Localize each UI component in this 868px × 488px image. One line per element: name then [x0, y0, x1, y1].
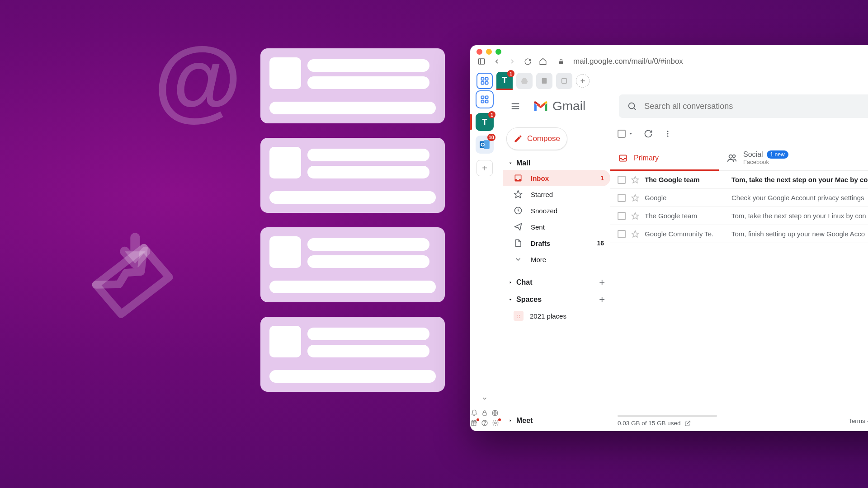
svg-line-43 [687, 421, 689, 423]
home-button[interactable] [538, 56, 548, 66]
mail-toolbar [610, 122, 868, 145]
svg-rect-12 [486, 100, 488, 103]
chevron-right-icon [508, 418, 513, 423]
search-input[interactable] [644, 102, 868, 111]
mail-section-header[interactable]: Mail [503, 156, 610, 170]
more-options-button[interactable] [664, 130, 672, 138]
refresh-button[interactable] [644, 129, 653, 138]
sidebar-starred[interactable]: Starred [503, 186, 610, 202]
compose-button[interactable]: Compose [506, 127, 567, 150]
svg-rect-7 [542, 78, 547, 84]
globe-icon[interactable] [491, 409, 499, 417]
sidebar-more[interactable]: More [503, 251, 610, 267]
spaces-section-header[interactable]: Spaces + [503, 291, 610, 308]
sidebar-sent[interactable]: Sent [503, 219, 610, 235]
star-icon[interactable] [631, 194, 639, 202]
sidebar-toggle-icon[interactable] [476, 56, 486, 66]
rail-account-gmail[interactable]: T 1 [476, 113, 494, 131]
minimize-window-button[interactable] [486, 49, 492, 55]
lock-icon [556, 56, 566, 66]
svg-line-31 [515, 227, 519, 228]
footer-links[interactable]: Terms · Privacy · Programme Polic [849, 418, 868, 424]
people-icon [727, 153, 737, 163]
rail-account-outlook[interactable]: 10 [476, 136, 494, 154]
mail-row[interactable]: The Google team Tom, take the next step … [610, 207, 868, 225]
space-item[interactable]: :: 2021 places [503, 308, 610, 324]
tab-primary[interactable]: Primary [610, 145, 719, 170]
chat-section-header[interactable]: Chat + [503, 274, 610, 291]
mail-row[interactable]: The Google team Tom, take the next step … [610, 171, 868, 189]
svg-point-34 [667, 136, 669, 137]
svg-line-28 [634, 108, 636, 110]
back-button[interactable] [492, 56, 502, 66]
gmail-main: Primary Social 1 new Facebook [610, 122, 868, 431]
rail-outlook-badge: 10 [487, 134, 495, 141]
mail-sender: Google [645, 194, 726, 202]
mail-checkbox[interactable] [618, 194, 626, 202]
meet-section-header[interactable]: Meet [503, 414, 610, 427]
rail-add-account[interactable]: + [476, 160, 493, 176]
browser-window: mail.google.com/mail/u/0/#inbox T 1 + [470, 45, 868, 431]
tab-social[interactable]: Social 1 new Facebook [719, 145, 827, 170]
mail-sender: The Google team [645, 176, 726, 183]
app-tab-2[interactable] [556, 73, 572, 89]
star-icon[interactable] [631, 176, 639, 184]
category-tabs: Primary Social 1 new Facebook [610, 145, 868, 171]
star-icon[interactable] [631, 230, 639, 238]
maximize-window-button[interactable] [495, 49, 501, 55]
mail-checkbox[interactable] [618, 212, 626, 220]
svg-marker-29 [514, 191, 522, 198]
svg-marker-42 [632, 230, 639, 237]
mail-checkbox[interactable] [618, 230, 626, 238]
search-icon [627, 101, 637, 111]
star-icon [514, 190, 523, 199]
gmail-footer: 0.03 GB of 15 GB used Terms · Privacy · … [610, 410, 868, 431]
open-link-icon[interactable] [684, 420, 691, 427]
help-icon[interactable] [481, 419, 488, 427]
rail-account-badge: 1 [488, 111, 495, 118]
sidebar-inbox[interactable]: Inbox 1 [503, 170, 610, 186]
spaces-add-button[interactable]: + [599, 294, 605, 305]
svg-rect-4 [486, 78, 488, 80]
gmail-logo[interactable]: Gmail [533, 99, 585, 113]
drafts-count: 16 [597, 239, 604, 247]
chat-add-button[interactable]: + [599, 277, 605, 288]
lock-small-icon[interactable] [481, 409, 488, 417]
star-icon[interactable] [631, 212, 639, 220]
sidebar-drafts[interactable]: Drafts 16 [503, 235, 610, 251]
new-tab-button[interactable]: + [576, 74, 590, 88]
bell-icon[interactable] [471, 409, 478, 417]
mail-row[interactable]: Google Community Te. Tom, finish setting… [610, 225, 868, 243]
mail-sender: Google Community Te. [645, 230, 726, 238]
browser-toolbar: mail.google.com/mail/u/0/#inbox [470, 54, 868, 71]
select-all-checkbox[interactable] [618, 130, 633, 138]
forward-button[interactable] [507, 56, 517, 66]
gmail-header: Gmail [499, 90, 868, 122]
reload-button[interactable] [523, 56, 533, 66]
search-box[interactable] [619, 94, 868, 118]
svg-point-32 [667, 131, 669, 132]
close-window-button[interactable] [476, 49, 482, 55]
gmail-app: Gmail Compose [499, 90, 868, 431]
apps-grid-tab[interactable] [476, 73, 493, 89]
decorative-inbox-icon [81, 230, 185, 321]
settings-icon[interactable] [492, 419, 499, 427]
rail-apps-button[interactable] [476, 90, 494, 108]
mail-row[interactable]: Google Check your Google Account privacy… [610, 189, 868, 207]
gift-icon[interactable] [470, 419, 477, 427]
sidebar-snoozed[interactable]: Snoozed [503, 202, 610, 219]
rail-collapse-icon[interactable] [479, 393, 490, 404]
svg-rect-2 [559, 61, 563, 64]
mail-subject: Check your Google Account privacy settin… [731, 194, 868, 202]
chevron-down-icon [508, 297, 513, 302]
url-text[interactable]: mail.google.com/mail/u/0/#inbox [573, 57, 683, 66]
account-tab[interactable]: T 1 [496, 72, 513, 90]
svg-point-33 [667, 133, 669, 135]
app-tab-1[interactable] [536, 73, 552, 89]
mail-checkbox[interactable] [618, 176, 626, 184]
decorative-at-symbol: @ [154, 27, 242, 131]
svg-point-27 [629, 103, 635, 109]
drive-tab[interactable] [516, 73, 533, 89]
menu-button[interactable] [505, 95, 526, 117]
svg-rect-5 [481, 82, 484, 84]
